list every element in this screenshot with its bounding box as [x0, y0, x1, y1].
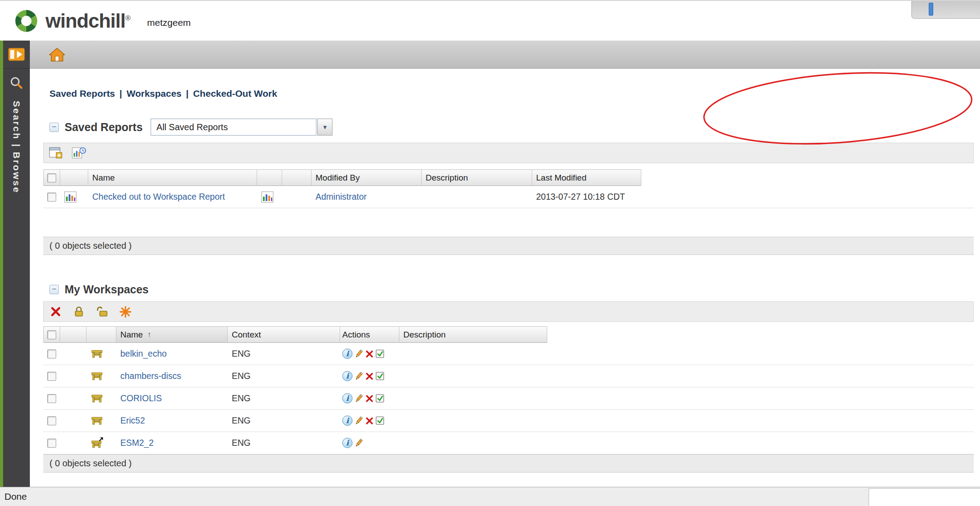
- column-header-icon: [86, 326, 116, 343]
- workspace-row: chambers-discs ENG i: [43, 365, 974, 387]
- lock-workspace-icon[interactable]: [70, 303, 87, 320]
- table-empty-space: [43, 208, 974, 237]
- run-report-icon[interactable]: [261, 191, 274, 203]
- column-header-filler: [641, 169, 974, 186]
- status-bar: Done: [0, 487, 980, 506]
- saved-reports-filter-dropdown-button[interactable]: ▼: [317, 119, 332, 136]
- column-header-name[interactable]: Name: [88, 169, 257, 186]
- select-all-cell: [43, 326, 60, 343]
- workspace-name-link[interactable]: belkin_echo: [120, 349, 167, 359]
- sidebar-search-browse-label[interactable]: Search | Browse: [11, 101, 22, 193]
- sidebar: Search | Browse: [0, 41, 30, 487]
- column-header-blank: [282, 169, 312, 186]
- search-icon[interactable]: [9, 76, 24, 92]
- saved-report-row: Checked out to Workspace Report: [43, 186, 974, 208]
- info-icon[interactable]: i: [342, 349, 353, 359]
- breadcrumb-separator: |: [186, 88, 189, 99]
- main-toolbar: [30, 41, 980, 69]
- row-checkbox[interactable]: [47, 394, 56, 403]
- row-checkbox[interactable]: [47, 350, 56, 358]
- check-in-icon[interactable]: [375, 394, 385, 403]
- saved-reports-table: Name Modified By Description Last Modifi…: [43, 169, 974, 237]
- column-header-context[interactable]: Context: [228, 326, 340, 343]
- saved-reports-toolbar: [43, 143, 974, 163]
- scrollbar-handle[interactable]: [929, 3, 933, 16]
- info-icon[interactable]: i: [342, 415, 353, 426]
- workspace-target-icon: [90, 437, 104, 449]
- workspace-name-link[interactable]: chambers-discs: [120, 371, 181, 381]
- column-header-description[interactable]: Description: [399, 326, 547, 343]
- sidebar-expand-icon[interactable]: [8, 48, 25, 61]
- breadcrumb: Saved Reports|Workspaces|Checked-Out Wor…: [49, 88, 974, 99]
- delete-icon[interactable]: [365, 372, 374, 381]
- saved-reports-selection-status: ( 0 objects selected ): [43, 237, 974, 255]
- workspace-row: ESM2_2 ENG i: [43, 432, 974, 454]
- edit-icon[interactable]: [354, 371, 364, 381]
- context-cell: ENG: [228, 387, 340, 409]
- report-chart-icon: [64, 191, 77, 203]
- column-header-blank: [257, 169, 282, 186]
- delete-workspace-icon[interactable]: [47, 303, 64, 320]
- description-cell: [399, 410, 547, 432]
- breadcrumb-workspaces[interactable]: Workspaces: [127, 88, 181, 99]
- breadcrumb-checked-out-work[interactable]: Checked-Out Work: [193, 88, 277, 99]
- workspace-row: belkin_echo ENG i: [43, 343, 974, 365]
- workspace-name-link[interactable]: ESM2_2: [120, 438, 154, 448]
- modified-by-link[interactable]: Administrator: [316, 192, 367, 202]
- check-in-icon[interactable]: [375, 349, 385, 359]
- breadcrumb-separator: |: [119, 88, 122, 99]
- info-icon[interactable]: i: [342, 393, 353, 403]
- windchill-window: windchill® metzgeem Search | Bro: [0, 0, 980, 506]
- my-workspaces-title: My Workspaces: [65, 283, 149, 296]
- unlock-workspace-icon[interactable]: [94, 303, 111, 320]
- saved-reports-filter-select[interactable]: All Saved Reports: [151, 119, 316, 136]
- collapse-saved-reports-icon[interactable]: −: [49, 123, 59, 132]
- report-manager-icon[interactable]: [70, 144, 87, 161]
- sort-ascending-icon: ↑: [148, 330, 152, 339]
- saved-reports-section: − Saved Reports All Saved Reports ▼: [43, 119, 974, 255]
- select-all-checkbox[interactable]: [47, 330, 56, 339]
- row-checkbox[interactable]: [47, 193, 56, 202]
- breadcrumb-saved-reports[interactable]: Saved Reports: [49, 88, 115, 99]
- delete-icon[interactable]: [365, 416, 374, 425]
- row-checkbox[interactable]: [47, 372, 56, 381]
- edit-icon[interactable]: [354, 349, 364, 359]
- body: Search | Browse Saved Reports|Workspaces…: [0, 41, 980, 487]
- description-cell: [422, 186, 532, 208]
- info-icon[interactable]: i: [342, 371, 353, 381]
- workspaces-selection-status: ( 0 objects selected ): [43, 454, 974, 473]
- column-header-modified-by[interactable]: Modified By: [312, 169, 422, 186]
- sidebar-top-cell: [3, 41, 30, 69]
- column-header-last-modified[interactable]: Last Modified: [532, 169, 641, 186]
- delete-icon[interactable]: [365, 350, 374, 358]
- new-saved-report-icon[interactable]: [47, 144, 64, 161]
- select-all-checkbox[interactable]: [47, 173, 56, 182]
- workspaces-toolbar: [43, 301, 974, 322]
- saved-report-name-link[interactable]: Checked out to Workspace Report: [92, 192, 225, 202]
- info-icon[interactable]: i: [342, 438, 353, 448]
- workspace-name-link[interactable]: CORIOLIS: [120, 393, 162, 403]
- check-in-icon[interactable]: [375, 416, 385, 426]
- edit-icon[interactable]: [354, 416, 364, 426]
- edit-icon[interactable]: [354, 438, 364, 448]
- check-in-icon[interactable]: [375, 371, 385, 381]
- workspace-name-link[interactable]: Eric52: [120, 415, 145, 426]
- home-button[interactable]: [48, 45, 66, 64]
- workspace-icon: [90, 370, 104, 382]
- collapse-workspaces-icon[interactable]: −: [49, 285, 59, 294]
- new-workspace-icon[interactable]: [117, 303, 134, 320]
- workspace-icon: [90, 348, 104, 360]
- edit-icon[interactable]: [354, 394, 364, 403]
- saved-reports-title: Saved Reports: [65, 121, 143, 134]
- delete-icon[interactable]: [365, 394, 374, 403]
- bottom-right-panel-fragment: [869, 488, 980, 506]
- home-icon: [49, 47, 65, 62]
- select-all-cell: [43, 169, 60, 186]
- row-checkbox[interactable]: [47, 416, 56, 425]
- column-header-description[interactable]: Description: [422, 169, 532, 186]
- workspace-icon: [90, 415, 104, 427]
- workspace-icon: [90, 393, 104, 404]
- description-cell: [399, 343, 547, 365]
- row-checkbox[interactable]: [47, 439, 56, 448]
- column-header-name[interactable]: Name↑: [116, 326, 228, 343]
